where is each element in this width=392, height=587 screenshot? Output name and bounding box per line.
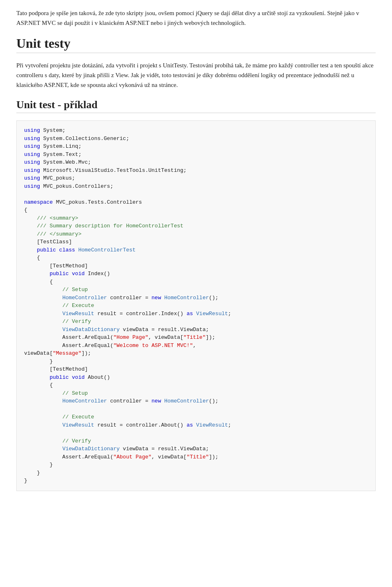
- code-block: using System; using System.Collections.G…: [16, 120, 376, 491]
- unit-test-priklad-title: Unit test - příklad: [16, 99, 376, 111]
- intro-paragraph: Tato podpora je spíše jen taková, že zde…: [16, 8, 376, 28]
- unit-test-priklad-divider: [16, 113, 376, 113]
- unit-testy-divider: [16, 53, 376, 53]
- unit-testy-title: Unit testy: [16, 36, 376, 51]
- unit-testy-body: Při vytvoření projektu jste dotázání, zd…: [16, 60, 376, 90]
